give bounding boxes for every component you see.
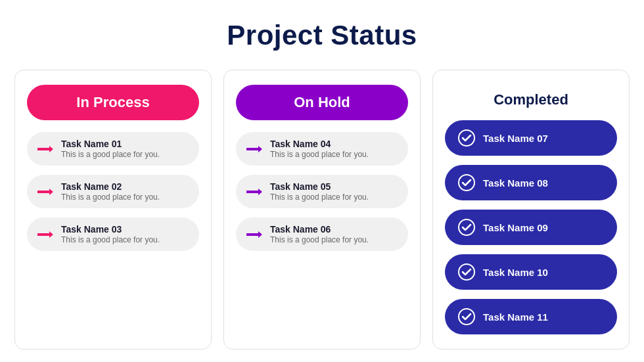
task-desc: This is a good place for you. (61, 235, 160, 244)
column-header-completed: Completed (445, 85, 617, 111)
check-icon (458, 219, 475, 236)
column-in-process: In Process Task Name 01 This is a good p… (14, 70, 212, 350)
task-name: Task Name 06 (270, 224, 369, 235)
svg-point-3 (459, 264, 474, 280)
arrow-icon (36, 225, 55, 244)
check-icon (458, 263, 475, 281)
column-completed: Completed Task Name 07 Task Name 08 Task… (432, 70, 630, 350)
svg-point-0 (459, 130, 474, 146)
task-desc: This is a good place for you. (61, 192, 160, 202)
svg-point-4 (459, 309, 474, 325)
task-name: Task Name 02 (61, 181, 160, 192)
svg-point-2 (459, 219, 474, 235)
completed-task: Task Name 10 (445, 254, 617, 290)
task-desc: This is a good place for you. (270, 150, 369, 159)
task-desc: This is a good place for you. (61, 150, 160, 159)
completed-task-name: Task Name 10 (483, 267, 548, 278)
page-title: Project Status (227, 20, 417, 51)
task-item: Task Name 01 This is a good place for yo… (27, 132, 199, 166)
columns-container: In Process Task Name 01 This is a good p… (13, 70, 631, 350)
completed-task-name: Task Name 11 (483, 311, 548, 323)
task-item: Task Name 03 This is a good place for yo… (27, 217, 199, 251)
arrow-icon (36, 140, 55, 158)
task-item: Task Name 06 This is a good place for yo… (236, 217, 408, 251)
task-text: Task Name 02 This is a good place for yo… (61, 181, 160, 202)
completed-task: Task Name 07 (445, 120, 617, 156)
arrow-icon (245, 183, 264, 201)
task-name: Task Name 01 (61, 139, 160, 149)
task-name: Task Name 05 (270, 181, 369, 192)
check-icon (458, 129, 475, 147)
completed-task: Task Name 09 (445, 210, 617, 245)
completed-task: Task Name 08 (445, 165, 617, 200)
arrow-icon (36, 183, 55, 201)
task-name: Task Name 04 (270, 139, 369, 149)
completed-task-name: Task Name 07 (483, 133, 548, 144)
check-icon (458, 174, 475, 191)
arrow-icon (245, 225, 264, 244)
completed-task: Task Name 11 (445, 299, 617, 334)
task-item: Task Name 04 This is a good place for yo… (236, 132, 408, 166)
task-text: Task Name 04 This is a good place for yo… (270, 139, 369, 159)
task-item: Task Name 05 This is a good place for yo… (236, 175, 408, 208)
completed-task-name: Task Name 08 (483, 177, 548, 189)
task-item: Task Name 02 This is a good place for yo… (27, 175, 199, 208)
check-icon (458, 308, 475, 325)
task-text: Task Name 03 This is a good place for yo… (61, 224, 160, 244)
task-desc: This is a good place for you. (270, 192, 369, 202)
task-desc: This is a good place for you. (270, 235, 369, 244)
column-header-in-process: In Process (27, 85, 199, 120)
arrow-icon (245, 140, 264, 158)
column-header-on-hold: On Hold (236, 85, 408, 120)
task-text: Task Name 01 This is a good place for yo… (61, 139, 160, 159)
column-on-hold: On Hold Task Name 04 This is a good plac… (223, 70, 421, 350)
completed-task-name: Task Name 09 (483, 222, 548, 233)
svg-point-1 (459, 175, 474, 191)
task-text: Task Name 05 This is a good place for yo… (270, 181, 369, 202)
task-name: Task Name 03 (61, 224, 160, 235)
task-text: Task Name 06 This is a good place for yo… (270, 224, 369, 244)
